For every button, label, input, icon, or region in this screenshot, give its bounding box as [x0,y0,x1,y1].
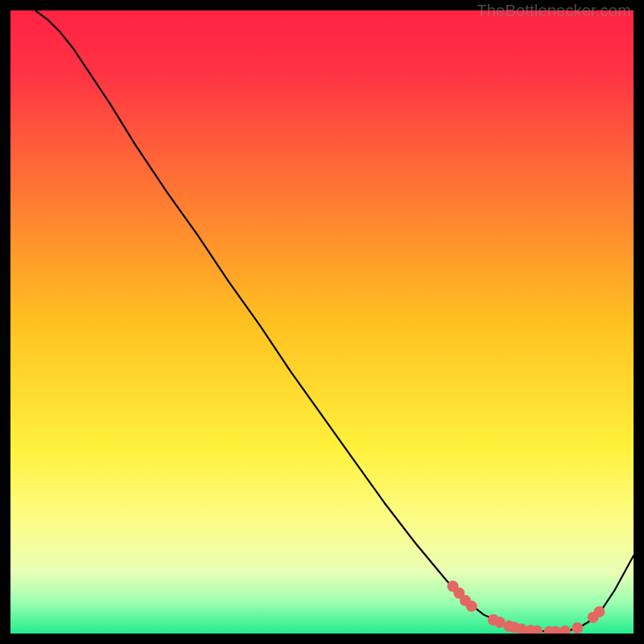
gradient-bg [10,10,634,634]
chart-plot [10,10,634,634]
marker-point [593,606,605,617]
marker-point [572,622,583,634]
marker-point [466,601,477,612]
chart-frame [10,10,634,634]
watermark-text: TheBottlenecker.com [477,2,631,20]
